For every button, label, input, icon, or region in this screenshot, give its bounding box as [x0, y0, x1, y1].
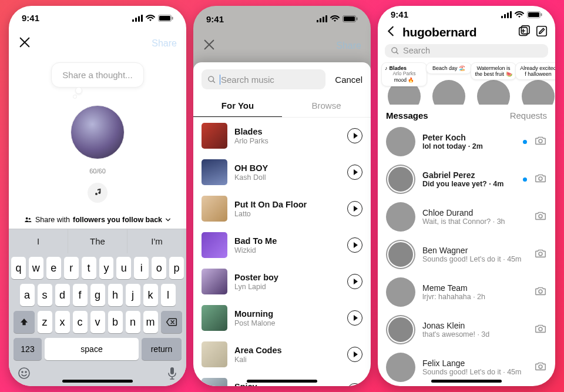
key-g[interactable]: g — [90, 284, 105, 306]
key-r[interactable]: r — [64, 257, 79, 279]
key-o[interactable]: o — [152, 257, 166, 279]
song-row[interactable]: Area Codes Kali — [193, 336, 371, 373]
key-w[interactable]: w — [29, 257, 43, 279]
return-key[interactable]: return — [142, 338, 182, 360]
dm-row[interactable]: Gabriel Perez Did you leave yet? · 4m — [378, 160, 555, 198]
camera-button[interactable] — [534, 360, 547, 375]
note[interactable]: Already excited f halloween Ren Tana — [519, 63, 555, 102]
key-d[interactable]: d — [55, 284, 70, 306]
thought-bubble-input[interactable]: Share a thought... — [51, 62, 143, 88]
song-row[interactable]: OH BOY Kash Doll — [193, 154, 371, 190]
numbers-key[interactable]: 123 — [14, 338, 42, 360]
suggestion[interactable]: The — [68, 229, 127, 253]
play-button[interactable] — [347, 128, 362, 143]
key-k[interactable]: k — [143, 284, 158, 306]
key-t[interactable]: t — [82, 257, 96, 279]
key-s[interactable]: s — [38, 284, 52, 306]
song-list[interactable]: Blades Arlo Parks OH BOY Kash Doll Put I… — [193, 118, 371, 386]
cancel-button[interactable]: Cancel — [335, 75, 362, 85]
dm-name: Chloe Durand — [422, 208, 527, 217]
dm-name: Felix Lange — [422, 359, 527, 368]
play-button[interactable] — [347, 383, 362, 386]
camera-button[interactable] — [534, 247, 547, 262]
requests-link[interactable]: Requests — [510, 110, 547, 120]
add-music-button[interactable] — [88, 183, 108, 203]
key-m[interactable]: m — [143, 311, 158, 333]
song-row[interactable]: Mourning Post Malone — [193, 300, 371, 336]
key-q[interactable]: q — [11, 257, 26, 279]
key-p[interactable]: p — [169, 257, 184, 279]
key-u[interactable]: u — [116, 257, 131, 279]
emoji-key[interactable] — [17, 366, 31, 383]
status-bar: 9:41 — [9, 6, 186, 30]
suggestion[interactable]: I — [9, 229, 68, 253]
key-e[interactable]: e — [46, 257, 61, 279]
key-z[interactable]: z — [38, 311, 52, 333]
dm-row[interactable]: Jonas Klein that's awesome! · 3d — [378, 311, 555, 349]
key-n[interactable]: n — [126, 311, 140, 333]
song-row[interactable]: Poster boy Lyn Lapid — [193, 263, 371, 300]
play-button[interactable] — [347, 201, 362, 216]
key-j[interactable]: j — [126, 284, 140, 306]
dm-search-input[interactable]: Search — [385, 44, 548, 58]
key-h[interactable]: h — [108, 284, 123, 306]
key-c[interactable]: c — [73, 311, 88, 333]
svg-point-38 — [539, 365, 542, 368]
album-cover — [202, 232, 227, 258]
dm-row[interactable]: Peter Koch lol not today · 2m — [378, 123, 555, 160]
key-v[interactable]: v — [90, 311, 105, 333]
compose-button[interactable] — [535, 25, 548, 40]
unread-indicator — [523, 177, 527, 182]
camera-button[interactable] — [534, 322, 547, 337]
dm-list[interactable]: Peter Koch lol not today · 2m Gabriel Pe… — [378, 123, 555, 386]
note[interactable]: Beach day 🏖️ Stefan Meier — [429, 63, 468, 102]
camera-button[interactable] — [534, 172, 547, 187]
camera-button[interactable] — [534, 134, 547, 149]
audience-selector[interactable]: Share with followers you follow back — [24, 207, 171, 229]
play-button[interactable] — [347, 274, 362, 289]
svg-rect-23 — [507, 12, 509, 18]
camera-button[interactable] — [534, 209, 547, 225]
shift-key[interactable] — [14, 311, 35, 333]
dm-row[interactable]: Chloe Durand Wait, is that Connor? · 3h — [378, 198, 555, 236]
battery-icon — [527, 11, 542, 18]
key-f[interactable]: f — [73, 284, 88, 306]
tab-for-you[interactable]: For You — [193, 94, 282, 117]
song-row[interactable]: Blades Arlo Parks — [193, 118, 371, 154]
status-icons — [132, 15, 173, 22]
play-button[interactable] — [347, 310, 362, 326]
space-key[interactable]: space — [45, 338, 139, 360]
mic-key[interactable] — [166, 366, 178, 383]
backspace-key[interactable] — [161, 311, 182, 333]
song-row[interactable]: Put It On Da Floor Latto — [193, 190, 371, 227]
key-a[interactable]: a — [20, 284, 35, 306]
note[interactable]: Watermelon is the best fruit 🍉 Jonas Kle… — [474, 63, 513, 102]
back-button[interactable] — [385, 25, 398, 40]
play-button[interactable] — [347, 237, 362, 253]
svg-rect-6 — [172, 16, 173, 19]
key-x[interactable]: x — [55, 311, 70, 333]
video-call-button[interactable] — [518, 25, 531, 40]
key-y[interactable]: y — [99, 257, 114, 279]
status-time: 9:41 — [22, 13, 39, 23]
play-button[interactable] — [347, 165, 362, 180]
dm-row[interactable]: Ben Wagner Sounds good! Let's do it · 45… — [378, 236, 555, 273]
svg-point-8 — [29, 218, 31, 220]
share-button[interactable]: Share — [152, 38, 177, 49]
key-l[interactable]: l — [161, 284, 176, 306]
dm-row[interactable]: Meme Team lrjvr: hahahaha · 2h — [378, 273, 555, 311]
play-button[interactable] — [347, 347, 362, 362]
key-b[interactable]: b — [108, 311, 123, 333]
close-icon[interactable] — [18, 36, 31, 51]
note[interactable]: ♪BladesArlo Parksmood 🔥 Your note — [385, 63, 424, 102]
notes-strip[interactable]: ♪BladesArlo Parksmood 🔥 Your noteBeach d… — [378, 62, 555, 105]
tab-browse[interactable]: Browse — [282, 94, 371, 117]
song-row[interactable]: Bad To Me Wizkid — [193, 227, 371, 263]
music-search-input[interactable]: Search music — [202, 69, 325, 89]
suggestion[interactable]: I'm — [127, 229, 186, 253]
key-i[interactable]: i — [134, 257, 149, 279]
svg-rect-21 — [501, 16, 503, 18]
username-title[interactable]: hugobernard — [402, 25, 513, 39]
album-cover — [202, 123, 227, 149]
camera-button[interactable] — [534, 284, 547, 300]
